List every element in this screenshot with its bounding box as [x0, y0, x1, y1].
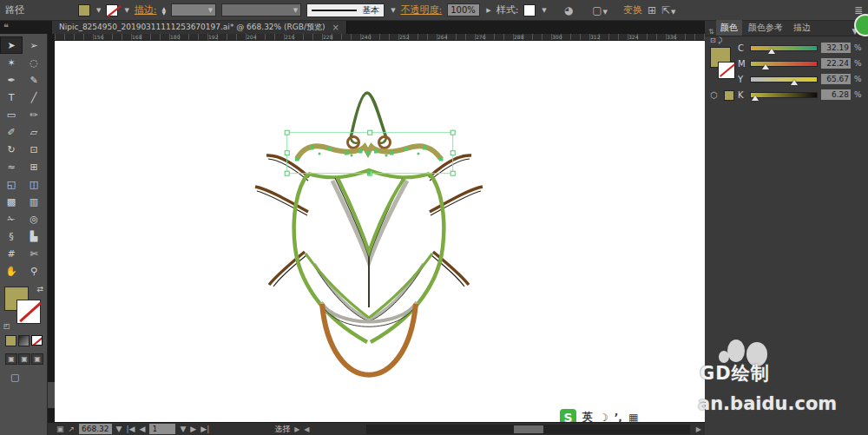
align-artboard-icon[interactable]: ⊞ [648, 4, 656, 16]
draw-inside-icon[interactable]: ▣ [31, 353, 43, 365]
color-stroke-proxy[interactable] [719, 63, 734, 78]
artboard-field[interactable]: 1 [149, 424, 175, 434]
tab-color[interactable]: 颜色 [716, 20, 742, 36]
draw-behind-icon[interactable]: ▣ [18, 353, 30, 365]
symbol-sprayer-tool[interactable]: § [0, 227, 23, 245]
prev-artboard-icon[interactable]: ◀ [139, 425, 145, 433]
web-safe-swatch[interactable] [724, 90, 734, 101]
stroke-weight-select[interactable]: ▼ [171, 3, 216, 16]
stroke-weight-label[interactable]: 描边: [135, 3, 157, 16]
fill-dropdown-icon[interactable]: ▼ [96, 7, 101, 14]
screen-mode-status-icon[interactable]: ▣ [56, 425, 64, 433]
swap-fill-stroke-icon[interactable]: ⇄ [36, 285, 43, 293]
style-swatch[interactable] [523, 4, 536, 16]
zoom-tool[interactable]: ⚲ [23, 262, 45, 280]
m-slider[interactable] [750, 61, 818, 67]
brush-definition-select[interactable]: 基本 [306, 3, 385, 17]
eyedropper-tool[interactable]: ✁ [0, 210, 23, 227]
scroll-right-icon[interactable]: ◀ [304, 425, 309, 433]
default-fill-stroke-icon[interactable]: ◰ [3, 322, 10, 330]
slider-value[interactable]: 6.28 [821, 89, 851, 100]
first-artboard-icon[interactable]: |◀ [126, 425, 135, 433]
stroke-color-swatch[interactable] [106, 4, 118, 16]
stroke-proxy[interactable] [17, 300, 40, 323]
zoom-dropdown-icon[interactable]: ▼ [116, 425, 122, 433]
eraser-tool[interactable]: ▱ [23, 123, 45, 141]
slider-thumb[interactable] [768, 49, 775, 54]
canvas-side-tab[interactable] [48, 382, 55, 408]
opacity-stepper-icon[interactable]: ▶ [486, 7, 490, 14]
opacity-field[interactable]: 100% [447, 3, 480, 16]
scroll-end-icon[interactable]: ▶ [696, 425, 701, 433]
line-segment-tool[interactable]: ╱ [23, 89, 45, 106]
y-slider[interactable] [750, 76, 818, 82]
slice-tool[interactable]: ✄ [23, 245, 45, 262]
stroke-dropdown-icon[interactable]: ▼ [124, 7, 128, 14]
slider-thumb[interactable] [762, 64, 769, 69]
color-button[interactable] [5, 335, 16, 346]
fill-stroke-control[interactable]: ⇄ ◰ [3, 285, 45, 326]
publish-icon[interactable]: ↗ [69, 425, 76, 433]
close-tab-icon[interactable]: × [332, 23, 339, 32]
mosaic-tool[interactable]: ▩ [0, 193, 23, 210]
slider-value[interactable]: 22.24 [821, 58, 851, 69]
slider-thumb[interactable] [791, 80, 798, 85]
artboard-tool[interactable]: # [0, 245, 23, 262]
curvature-tool[interactable]: ✎ [23, 71, 45, 89]
horizontal-scrollbar[interactable] [366, 425, 690, 434]
shape-builder-tool[interactable]: ◱ [0, 175, 23, 193]
slider-value[interactable]: 65.67 [821, 74, 851, 84]
out-of-web-cube-icon[interactable]: ⬡ [710, 90, 718, 100]
isolate-icon[interactable]: ⇱▼ [661, 4, 675, 16]
blend-tool[interactable]: ◎ [23, 210, 45, 227]
lasso-tool[interactable]: ◌ [23, 54, 45, 71]
none-button[interactable] [31, 335, 43, 346]
horizontal-ruler[interactable]: 1561681801922042162282402522642762883003… [55, 34, 705, 41]
type-tool[interactable]: T [0, 89, 23, 106]
artboard-canvas[interactable] [55, 41, 705, 422]
document-tab[interactable]: Nipic_8254950_20190311111253670197.ai* @… [52, 21, 347, 34]
selection-tool[interactable]: ➤ [0, 36, 23, 54]
opacity-label[interactable]: 不透明度: [401, 3, 443, 16]
select-similar-icon[interactable]: ▢▼ [592, 4, 608, 16]
gradient-tool[interactable]: ▥ [23, 193, 45, 210]
free-transform-tool[interactable]: ⊡ [23, 141, 45, 158]
zoom-field[interactable]: 668.32 [79, 424, 112, 434]
direct-selection-tool[interactable]: ➢ [23, 36, 45, 54]
last-artboard-icon[interactable]: ▶| [201, 425, 209, 433]
next-artboard-icon[interactable]: ▶ [190, 425, 196, 433]
tab-stroke[interactable]: 描边 [789, 20, 815, 36]
color-mode-icons[interactable]: ⊡ ⤸ [710, 36, 722, 45]
panel-collapse-icon[interactable]: ⇅ [708, 28, 714, 36]
draw-normal-icon[interactable]: ▣ [5, 353, 17, 365]
artboard-dropdown-icon[interactable]: ▼ [180, 425, 186, 433]
style-dropdown-icon[interactable]: ▼ [542, 7, 546, 14]
column-graph-tool[interactable]: ▙ [23, 227, 45, 245]
scroll-left-icon[interactable]: ▶ [294, 425, 299, 433]
scrollbar-thumb[interactable] [514, 425, 543, 433]
rectangle-tool[interactable]: ▭ [0, 106, 23, 123]
variable-width-select[interactable]: ▼ [221, 3, 301, 16]
magic-wand-tool[interactable]: ✶ [0, 54, 23, 71]
pencil-tool[interactable]: ✐ [0, 123, 23, 141]
screen-mode-icon[interactable]: ▢ [10, 372, 47, 383]
brush-dropdown-icon[interactable]: ▼ [391, 7, 395, 14]
recolor-artwork-icon[interactable]: ◕ [564, 4, 573, 16]
paintbrush-tool[interactable]: ✏ [23, 106, 45, 123]
c-slider[interactable] [750, 45, 818, 51]
fill-color-swatch[interactable] [78, 4, 90, 16]
rotate-tool[interactable]: ↻ [0, 141, 23, 158]
status-bar: ▣ ↗ 668.32 ▼ |◀ ◀ 1 ▼ ▶ ▶| 选择 ▶ ◀ ▶ [48, 422, 705, 435]
tab-color-guide[interactable]: 颜色参考 [744, 20, 787, 36]
k-slider[interactable] [750, 92, 818, 98]
transform-link[interactable]: 变换 [623, 3, 642, 16]
slider-thumb[interactable] [752, 96, 759, 101]
gradient-button[interactable] [18, 335, 30, 346]
graph-tool[interactable]: ◫ [23, 175, 45, 193]
pen-tool[interactable]: ✒ [0, 71, 23, 89]
perspective-grid-tool[interactable]: ⊞ [23, 158, 45, 175]
slider-value[interactable]: 32.19 [821, 43, 851, 53]
stroke-weight-stepper[interactable]: ▲▼ [162, 6, 167, 15]
width-tool[interactable]: ≈ [0, 158, 23, 175]
hand-tool[interactable]: ✋ [0, 262, 23, 280]
